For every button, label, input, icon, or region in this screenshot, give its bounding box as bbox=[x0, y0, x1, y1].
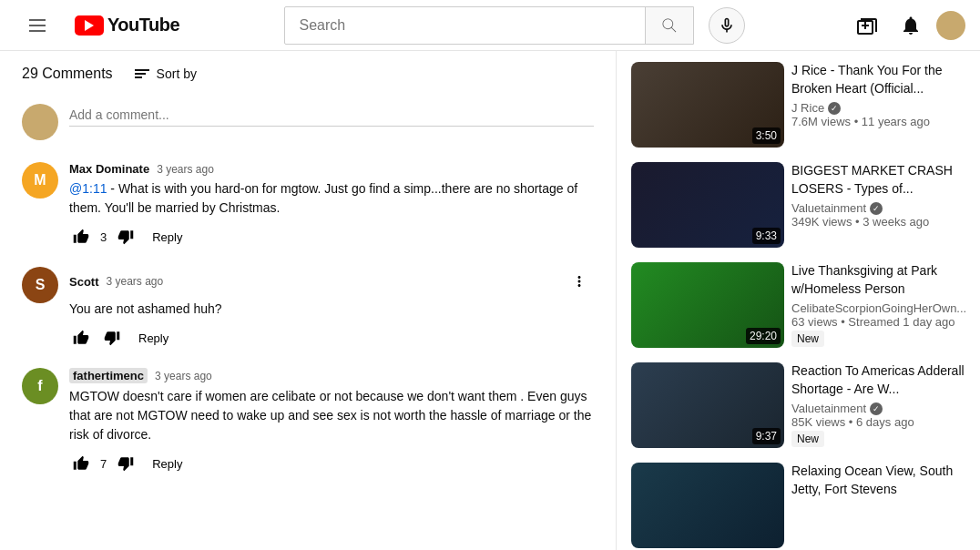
sidebar: 3:50 J Rice - Thank You For the Broken H… bbox=[616, 51, 980, 550]
comment-text: @1:11 - What is with you hard-on for mgt… bbox=[69, 179, 594, 218]
thumbs-up-icon bbox=[73, 455, 89, 472]
video-item[interactable]: 9:33 BIGGEST MARKET CRASH LOSERS - Types… bbox=[628, 158, 969, 251]
comment-item: S Scott 3 years ago You are not ashamed … bbox=[22, 267, 594, 350]
video-title: J Rice - Thank You For the Broken Heart … bbox=[791, 62, 965, 97]
comment-body: fathertimenc 3 years ago MGTOW doesn't c… bbox=[69, 368, 594, 475]
video-title: Reaction To Americas Adderall Shortage -… bbox=[791, 362, 965, 398]
comment-author[interactable]: Max Dominate bbox=[69, 162, 149, 176]
comment-author[interactable]: Scott bbox=[69, 275, 99, 289]
like-count: 7 bbox=[100, 457, 107, 471]
search-box bbox=[284, 6, 694, 45]
bell-icon bbox=[900, 15, 922, 36]
comment-time: 3 years ago bbox=[107, 275, 164, 288]
like-button[interactable] bbox=[69, 452, 93, 475]
video-info: J Rice - Thank You For the Broken Heart … bbox=[791, 62, 965, 148]
comment-text: MGTOW doesn't care if women are celibate… bbox=[69, 387, 594, 444]
like-count: 3 bbox=[100, 230, 107, 244]
video-title: Live Thanksgiving at Park w/Homeless Per… bbox=[791, 262, 966, 298]
comment-author[interactable]: fathertimenc bbox=[69, 368, 148, 383]
mic-icon bbox=[718, 16, 736, 35]
video-info: BIGGEST MARKET CRASH LOSERS - Types of..… bbox=[791, 162, 965, 248]
topbar-left: YouTube bbox=[15, 5, 179, 46]
comment-item: M Max Dominate 3 years ago @1:11 - What … bbox=[22, 162, 594, 249]
verified-icon: ✓ bbox=[870, 402, 883, 415]
comments-count: 29 Comments bbox=[22, 66, 113, 82]
video-info: Live Thanksgiving at Park w/Homeless Per… bbox=[791, 262, 966, 348]
main-layout: 29 Comments Sort by M Max Dominate 3 yea… bbox=[0, 51, 980, 550]
video-thumbnail: 9:33 bbox=[631, 162, 784, 248]
create-button[interactable] bbox=[849, 7, 885, 44]
comment-time: 3 years ago bbox=[155, 370, 212, 382]
reply-button[interactable]: Reply bbox=[131, 328, 176, 349]
channel-name: Valuetainment ✓ bbox=[791, 402, 965, 415]
video-thumbnail bbox=[631, 463, 784, 548]
thumbs-down-icon bbox=[104, 330, 120, 346]
more-options-button[interactable] bbox=[565, 267, 594, 296]
mic-button[interactable] bbox=[709, 7, 745, 44]
logo-text: YouTube bbox=[107, 15, 179, 36]
notifications-button[interactable] bbox=[893, 7, 929, 44]
current-user-avatar bbox=[22, 104, 58, 140]
channel-name: J Rice ✓ bbox=[791, 101, 965, 115]
video-stats: 63 views • Streamed 1 day ago bbox=[791, 315, 966, 329]
video-stats: 349K views • 3 weeks ago bbox=[791, 215, 965, 229]
verified-icon: ✓ bbox=[828, 102, 841, 115]
dislike-button[interactable] bbox=[100, 326, 124, 350]
like-button[interactable] bbox=[69, 326, 93, 350]
reply-button[interactable]: Reply bbox=[145, 227, 189, 248]
verified-icon: ✓ bbox=[870, 202, 883, 215]
video-thumbnail: 29:20 bbox=[631, 262, 784, 348]
channel-name: CelibateScorpionGoingHerOwn... bbox=[791, 301, 966, 315]
video-stats: 7.6M views • 11 years ago bbox=[791, 115, 965, 128]
like-button[interactable] bbox=[69, 225, 93, 249]
comment-avatar: S bbox=[22, 267, 58, 303]
video-stats: 85K views • 6 days ago bbox=[791, 415, 965, 429]
channel-name: Valuetainment ✓ bbox=[791, 201, 965, 215]
comments-header: 29 Comments Sort by bbox=[22, 66, 594, 82]
video-item[interactable]: Relaxing Ocean View, South Jetty, Fort S… bbox=[628, 459, 969, 550]
reply-button[interactable]: Reply bbox=[145, 453, 189, 474]
comment-body: Max Dominate 3 years ago @1:11 - What is… bbox=[69, 162, 594, 249]
video-item[interactable]: 3:50 J Rice - Thank You For the Broken H… bbox=[628, 58, 969, 151]
new-badge: New bbox=[791, 331, 824, 347]
video-duration: 9:37 bbox=[752, 428, 781, 444]
video-thumbnail: 9:37 bbox=[631, 362, 784, 448]
thumbs-up-icon bbox=[73, 330, 89, 346]
video-item[interactable]: 9:37 Reaction To Americas Adderall Short… bbox=[628, 359, 969, 452]
search-icon bbox=[660, 16, 679, 35]
comment-meta: Scott 3 years ago bbox=[69, 267, 594, 296]
topbar-right bbox=[849, 7, 965, 44]
video-thumbnail: 3:50 bbox=[631, 62, 784, 148]
comment-item: f fathertimenc 3 years ago MGTOW doesn't… bbox=[22, 368, 594, 475]
dislike-button[interactable] bbox=[114, 452, 138, 475]
avatar[interactable] bbox=[936, 11, 965, 40]
add-comment-row bbox=[22, 104, 594, 140]
comment-body: Scott 3 years ago You are not ashamed hu… bbox=[69, 267, 594, 350]
search-input[interactable] bbox=[285, 10, 645, 41]
topbar: YouTube bbox=[0, 0, 980, 51]
topbar-center bbox=[179, 6, 849, 45]
comment-input[interactable] bbox=[69, 104, 594, 127]
thumbs-up-icon bbox=[73, 229, 89, 245]
video-item[interactable]: 29:20 Live Thanksgiving at Park w/Homele… bbox=[628, 259, 969, 351]
new-badge: New bbox=[791, 431, 824, 447]
sort-icon bbox=[135, 69, 149, 78]
more-icon bbox=[571, 273, 587, 290]
sort-by-label: Sort by bbox=[157, 66, 197, 81]
thumbs-down-icon bbox=[117, 229, 134, 245]
comment-avatar: f bbox=[22, 368, 58, 404]
thumbs-down-icon bbox=[117, 455, 134, 472]
comment-meta: Max Dominate 3 years ago bbox=[69, 162, 594, 176]
dislike-button[interactable] bbox=[114, 225, 138, 249]
youtube-logo[interactable]: YouTube bbox=[75, 15, 179, 36]
comment-actions: Reply bbox=[69, 326, 594, 350]
comments-section: 29 Comments Sort by M Max Dominate 3 yea… bbox=[0, 51, 616, 550]
create-icon bbox=[856, 15, 878, 36]
video-info: Relaxing Ocean View, South Jetty, Fort S… bbox=[791, 463, 965, 548]
search-button[interactable] bbox=[645, 7, 693, 44]
comment-time: 3 years ago bbox=[157, 163, 214, 176]
timestamp-link[interactable]: @1:11 bbox=[69, 181, 107, 196]
menu-button[interactable] bbox=[15, 5, 60, 46]
video-info: Reaction To Americas Adderall Shortage -… bbox=[791, 362, 965, 448]
sort-by-button[interactable]: Sort by bbox=[135, 66, 197, 81]
